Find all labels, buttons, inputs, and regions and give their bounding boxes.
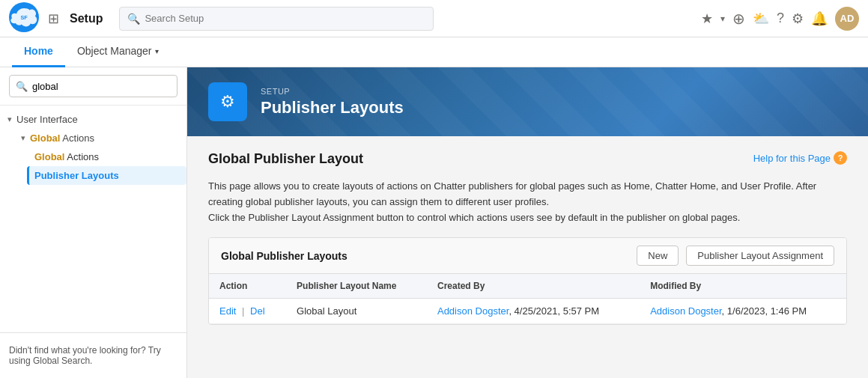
help-link[interactable]: Help for this Page ?: [753, 151, 847, 172]
tab-home[interactable]: Home: [12, 37, 65, 67]
description-text: This page allows you to create layouts o…: [208, 179, 847, 225]
section-title: Global Publisher Layout: [208, 151, 363, 167]
col-header-modified-by: Modified By: [640, 274, 846, 299]
sidebar-group-children-global-actions: Global Actions Publisher Layouts: [13, 147, 186, 185]
col-header-action: Action: [209, 274, 286, 299]
page-body-header: Global Publisher Layout Help for this Pa…: [208, 151, 847, 174]
del-link[interactable]: Del: [250, 305, 265, 317]
table-header-row: Action Publisher Layout Name Created By …: [209, 274, 846, 299]
help-circle-icon: ?: [834, 151, 847, 165]
sidebar-group-header-user-interface[interactable]: ▾ User Interface: [0, 110, 186, 129]
sidebar-search: 🔍: [0, 67, 186, 106]
sidebar-group-children-user-interface: ▾ Global Actions Global Actions Publishe…: [0, 129, 186, 185]
sidebar-item-publisher-layouts[interactable]: Publisher Layouts: [27, 166, 186, 185]
page-header-setup-label: SETUP: [261, 87, 404, 96]
new-button[interactable]: New: [637, 246, 679, 266]
layout-name-cell: Global Layout: [286, 299, 427, 324]
sidebar-group-global-actions: ▾ Global Actions Global Actions Publishe…: [13, 129, 186, 185]
chevron-down-icon: ▾: [155, 47, 159, 55]
modified-by-cell: Addison Dogster, 1/6/2023, 1:46 PM: [640, 299, 846, 324]
tab-object-manager[interactable]: Object Manager ▾: [65, 37, 171, 67]
page-header-icon: ⚙: [208, 82, 247, 121]
sidebar-nav: ▾ User Interface ▾ Global Actions Global…: [0, 106, 186, 332]
setup-label: Setup: [70, 12, 103, 25]
edit-link[interactable]: Edit: [219, 305, 236, 317]
created-by-link[interactable]: Addison Dogster: [437, 305, 509, 317]
sidebar-item-global-actions[interactable]: Global Actions: [27, 147, 186, 166]
page-body: Global Publisher Layout Help for this Pa…: [187, 136, 868, 340]
sidebar-group-label-global-actions: Global Actions: [30, 132, 94, 144]
col-header-layout-name: Publisher Layout Name: [286, 274, 427, 299]
main-content: ⚙ SETUP Publisher Layouts Global Publish…: [187, 67, 868, 378]
bell-icon[interactable]: 🔔: [811, 10, 828, 27]
avatar[interactable]: AD: [835, 7, 859, 31]
table-header: Global Publisher Layouts New Publisher L…: [209, 238, 846, 274]
chevron-down-icon: ▾: [21, 133, 25, 143]
secondary-nav: Home Object Manager ▾: [0, 37, 868, 67]
top-nav-actions: ★ ▾ ⊕ ⛅ ? ⚙ 🔔 AD: [701, 7, 859, 31]
page-header-text: SETUP Publisher Layouts: [261, 87, 404, 118]
table-header-title: Global Publisher Layouts: [221, 250, 629, 262]
page-header-title: Publisher Layouts: [261, 98, 404, 118]
publisher-layout-assignment-button[interactable]: Publisher Layout Assignment: [686, 246, 834, 266]
search-input[interactable]: [145, 13, 425, 24]
cloud-icon[interactable]: ⛅: [753, 10, 769, 27]
sidebar-group-user-interface: ▾ User Interface ▾ Global Actions Global…: [0, 110, 186, 185]
top-nav: SF ⊞ Setup 🔍 ★ ▾ ⊕ ⛅ ? ⚙ 🔔 AD: [0, 0, 868, 37]
layout: 🔍 ▾ User Interface ▾ Global Actions: [0, 67, 868, 378]
action-cell: Edit | Del: [209, 299, 286, 324]
modified-by-link[interactable]: Addison Dogster: [650, 305, 721, 317]
sidebar-group-label-user-interface: User Interface: [16, 114, 78, 125]
sidebar-search-icon: 🔍: [16, 81, 28, 92]
app-grid-icon[interactable]: ⊞: [48, 10, 59, 27]
favorites-chevron[interactable]: ▾: [720, 13, 725, 24]
chevron-down-icon: ▾: [7, 115, 12, 124]
page-header-banner: ⚙ SETUP Publisher Layouts: [187, 67, 868, 136]
help-icon[interactable]: ?: [777, 10, 784, 26]
table-row: Edit | Del Global Layout Addison Dogster…: [209, 299, 846, 324]
sidebar: 🔍 ▾ User Interface ▾ Global Actions: [0, 67, 187, 378]
publisher-layouts-table: Action Publisher Layout Name Created By …: [209, 274, 846, 324]
svg-text:SF: SF: [20, 14, 28, 21]
table-section: Global Publisher Layouts New Publisher L…: [208, 237, 847, 325]
search-bar: 🔍: [119, 7, 434, 31]
sidebar-search-box: 🔍: [9, 75, 177, 97]
gear-icon[interactable]: ⚙: [792, 10, 804, 27]
sidebar-not-found: Didn't find what you're looking for? Try…: [0, 332, 186, 378]
salesforce-logo[interactable]: SF: [9, 2, 39, 34]
sidebar-group-header-global-actions[interactable]: ▾ Global Actions: [13, 129, 186, 147]
col-header-created-by: Created By: [427, 274, 640, 299]
favorites-icon[interactable]: ★: [701, 10, 713, 27]
search-icon: 🔍: [127, 13, 140, 25]
pipe-separator: |: [242, 305, 244, 317]
created-by-cell: Addison Dogster, 4/25/2021, 5:57 PM: [427, 299, 640, 324]
add-icon[interactable]: ⊕: [732, 10, 745, 28]
sidebar-search-input[interactable]: [32, 81, 171, 92]
